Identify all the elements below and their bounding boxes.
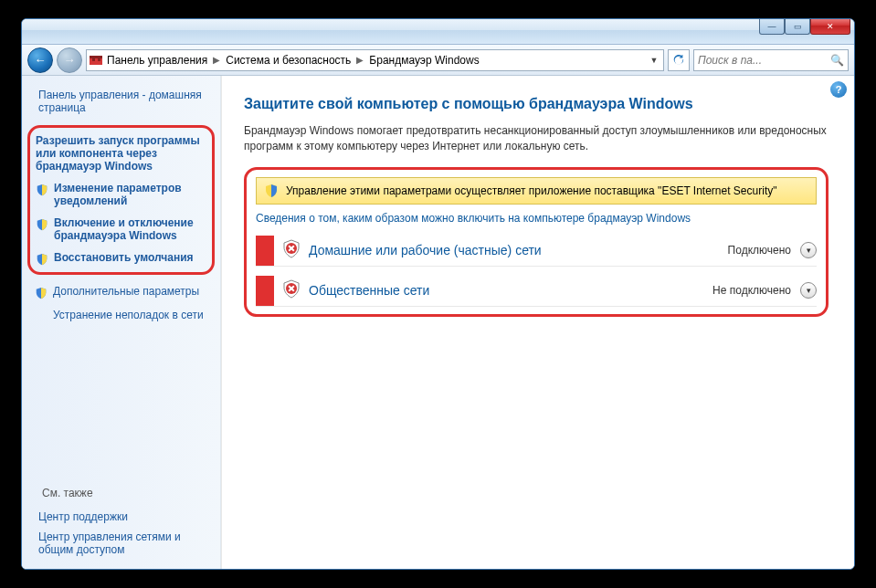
- page-description: Брандмауэр Windows помогает предотвратит…: [244, 123, 829, 154]
- shield-blocked-icon: [281, 239, 301, 262]
- firewall-icon: [89, 53, 103, 68]
- network-status: Не подключено: [712, 284, 791, 297]
- highlight-annotation: Управление этими параметрами осуществляе…: [244, 167, 829, 317]
- search-icon: 🔍: [830, 54, 844, 67]
- status-stripe-red: [256, 236, 274, 266]
- help-icon[interactable]: ?: [830, 81, 847, 98]
- navigation-bar: ← → Панель управления ▶ Система и безопа…: [22, 45, 854, 76]
- sidebar-bottom: См. также Центр поддержки Центр управлен…: [31, 487, 211, 560]
- shield-blocked-icon: [281, 279, 301, 302]
- close-button[interactable]: ✕: [810, 18, 850, 35]
- sidebar-action-center[interactable]: Центр поддержки: [38, 507, 211, 527]
- maximize-button[interactable]: ▭: [785, 18, 810, 35]
- network-title: Домашние или рабочие (частные) сети: [309, 243, 728, 257]
- chevron-right-icon: ▶: [213, 55, 220, 65]
- network-row-private: Домашние или рабочие (частные) сети Подк…: [256, 236, 817, 267]
- sidebar: Панель управления - домашняя страница Ра…: [22, 76, 221, 569]
- chevron-right-icon: ▶: [356, 55, 364, 65]
- shield-icon: [36, 184, 48, 196]
- network-title: Общественные сети: [309, 283, 712, 298]
- highlight-annotation: Разрешить запуск программы или компонент…: [27, 125, 215, 275]
- main-content: ? Защитите свой компьютер с помощью бран…: [221, 76, 854, 569]
- expand-button[interactable]: ▾: [800, 282, 817, 299]
- address-dropdown-icon[interactable]: ▼: [647, 56, 661, 65]
- firewall-control-panel-window: — ▭ ✕ ← → Панель управления ▶ Система и …: [21, 18, 855, 570]
- svg-rect-2: [92, 58, 95, 61]
- enable-firewall-link[interactable]: Сведения о том, каким образом можно вклю…: [256, 212, 691, 225]
- sidebar-toggle-firewall[interactable]: Включение и отключение брандмауэра Windo…: [32, 212, 210, 247]
- sidebar-advanced-settings[interactable]: Дополнительные параметры: [31, 280, 211, 304]
- status-stripe-red: [256, 276, 274, 306]
- refresh-button[interactable]: [668, 49, 690, 71]
- minimize-button[interactable]: —: [759, 18, 785, 35]
- back-button[interactable]: ←: [27, 47, 53, 73]
- page-title: Защитите свой компьютер с помощью брандм…: [244, 96, 829, 112]
- forward-button[interactable]: →: [57, 47, 82, 73]
- vendor-info-bar: Управление этими параметрами осуществляе…: [256, 177, 817, 205]
- network-row-public: Общественные сети Не подключено ▾: [256, 276, 817, 307]
- sidebar-restore-defaults[interactable]: Восстановить умолчания: [32, 247, 210, 270]
- search-input[interactable]: [698, 54, 827, 67]
- breadcrumb-item[interactable]: Система и безопасность: [226, 54, 351, 67]
- shield-icon: [35, 287, 47, 299]
- window-controls: — ▭ ✕: [759, 18, 850, 35]
- sidebar-troubleshoot-network[interactable]: Устранение неполадок в сети: [31, 304, 211, 326]
- sidebar-allow-program[interactable]: Разрешить запуск программы или компонент…: [32, 130, 210, 177]
- shield-icon: [264, 184, 279, 198]
- sidebar-network-sharing[interactable]: Центр управления сетями и общим доступом: [38, 527, 211, 560]
- network-status: Подключено: [728, 244, 791, 257]
- svg-rect-3: [98, 58, 100, 61]
- shield-icon: [36, 218, 48, 231]
- content-body: Панель управления - домашняя страница Ра…: [22, 76, 854, 569]
- address-bar[interactable]: Панель управления ▶ Система и безопаснос…: [86, 49, 664, 71]
- titlebar: — ▭ ✕: [22, 19, 854, 45]
- svg-rect-1: [90, 56, 102, 58]
- vendor-info-text: Управление этими параметрами осуществляе…: [286, 184, 776, 197]
- sidebar-notification-settings[interactable]: Изменение параметров уведомлений: [32, 177, 210, 212]
- expand-button[interactable]: ▾: [800, 242, 817, 258]
- shield-icon: [36, 253, 48, 266]
- sidebar-home-link[interactable]: Панель управления - домашняя страница: [31, 89, 211, 114]
- see-also-label: См. также: [38, 487, 211, 499]
- breadcrumb-item[interactable]: Брандмауэр Windows: [369, 54, 479, 67]
- breadcrumb-item[interactable]: Панель управления: [107, 54, 207, 67]
- search-box[interactable]: 🔍: [693, 49, 849, 71]
